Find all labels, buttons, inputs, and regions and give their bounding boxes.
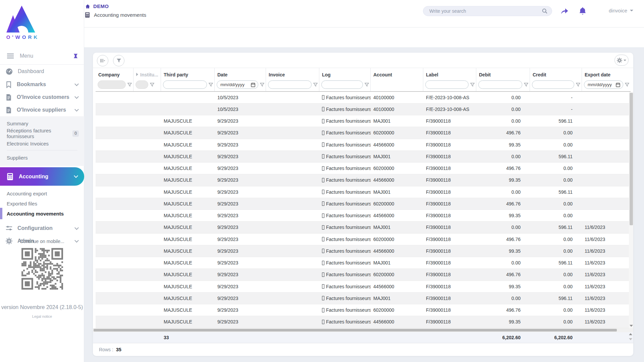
hamburger-icon[interactable] — [7, 53, 14, 59]
horizontal-scrollbar[interactable] — [93, 328, 633, 332]
column-header-date[interactable]: Date — [215, 68, 266, 78]
sidebar-item-oinvoice-suppliers[interactable]: O'Invoice suppliers — [0, 104, 84, 116]
breadcrumb[interactable]: DEMO — [85, 3, 109, 9]
column-header-credit[interactable]: Credit — [530, 68, 582, 78]
credit-filter-input[interactable] — [532, 80, 574, 89]
sidebar-item-oinvoice-customers[interactable]: O'Invoice customers — [0, 91, 84, 104]
legal-notice-link[interactable]: Legal notice — [0, 314, 84, 318]
funnel-icon[interactable] — [150, 83, 154, 87]
sidebar-item-accounting-export[interactable]: Accounting export — [0, 188, 84, 198]
sidebar-item-exported-files[interactable]: Exported files — [0, 198, 84, 208]
invoice-filter-input[interactable] — [268, 80, 312, 89]
cell-institution — [133, 127, 161, 138]
cell-date: 9/29/2023 — [215, 234, 266, 245]
column-header-third-party[interactable]: Third party — [161, 68, 215, 78]
rows-count: 35 — [116, 347, 121, 352]
cell-credit: 0.00 — [530, 174, 582, 186]
scroll-up-icon[interactable] — [629, 333, 632, 335]
calendar-icon[interactable] — [251, 82, 255, 87]
cell-invoice — [266, 293, 319, 304]
table-row[interactable]: MAJUSCULE9/29/2023Factures fournisseursM… — [96, 222, 631, 233]
sidebar-item-summary[interactable]: Summary — [0, 118, 84, 128]
table-row[interactable]: MAJUSCULE9/29/2023Factures fournisseursM… — [96, 186, 631, 198]
table-row[interactable]: 10/5/2023Factures fournisseurs40100000F/… — [96, 92, 631, 104]
funnel-icon[interactable] — [313, 83, 318, 87]
column-header-institution[interactable]: Institu... — [133, 68, 161, 78]
column-expand-icon[interactable] — [136, 73, 138, 76]
table-row[interactable]: MAJUSCULE9/29/2023Factures fournisseurs4… — [96, 210, 631, 222]
funnel-icon[interactable] — [260, 83, 264, 87]
cell-credit: 596.11 — [530, 293, 582, 304]
sidebar-item-suppliers[interactable]: Suppliers — [0, 153, 84, 163]
table-row[interactable]: MAJUSCULE9/29/2023Factures fournisseurs6… — [96, 304, 631, 316]
label-filter-input[interactable] — [425, 80, 469, 89]
scroll-down-icon[interactable] — [629, 338, 632, 340]
third-party-filter-input[interactable] — [163, 80, 207, 89]
cell-export_date: 11/6/2023 — [582, 281, 631, 292]
table-row[interactable]: MAJUSCULE9/29/2023Factures fournisseurs4… — [96, 316, 631, 328]
column-header-company[interactable]: Company — [96, 68, 133, 78]
funnel-icon[interactable] — [127, 83, 132, 87]
table-row[interactable]: MAJUSCULE9/29/2023Factures fournisseurs6… — [96, 198, 631, 210]
table-row[interactable]: MAJUSCULE9/29/2023Factures fournisseurs6… — [96, 234, 631, 245]
total-export-date — [582, 332, 631, 343]
sidebar-item-configuration[interactable]: Configuration — [0, 222, 84, 235]
table-row[interactable]: MAJUSCULE9/29/2023Factures fournisseursM… — [96, 115, 631, 127]
scroll-down-icon[interactable] — [630, 325, 633, 327]
funnel-icon[interactable] — [209, 83, 213, 87]
table-row[interactable]: MAJUSCULE9/29/2023Factures fournisseursM… — [96, 257, 631, 269]
sidebar-item-accounting-movements[interactable]: Accounting movements — [0, 208, 84, 219]
export-date-filter-input[interactable]: mm/dd/yyyy — [584, 80, 623, 89]
missing-glyph-icon — [322, 119, 324, 123]
notifications-bell-icon[interactable] — [577, 5, 588, 17]
table-row[interactable]: MAJUSCULE9/29/2023Factures fournisseurs4… — [96, 245, 631, 257]
vertical-scrollbar[interactable] — [629, 92, 633, 328]
pin-icon[interactable] — [73, 53, 78, 59]
cell-invoice — [266, 316, 319, 327]
cell-credit: 0.00 — [530, 316, 582, 327]
column-header-account[interactable]: Account — [371, 68, 423, 78]
filter-button[interactable] — [113, 55, 124, 66]
table-row[interactable]: MAJUSCULE9/29/2023Factures fournisseurs4… — [96, 281, 631, 293]
log-filter-input[interactable] — [321, 80, 363, 89]
table-row[interactable]: MAJUSCULE9/29/2023Factures fournisseurs4… — [96, 139, 631, 151]
funnel-icon[interactable] — [576, 83, 580, 87]
sidebar-item-bookmarks[interactable]: O'Invoice customers Bookmarks — [0, 78, 84, 91]
sidebar-item-receptions[interactable]: Réceptions factures fournisseurs 0 — [0, 128, 84, 138]
funnel-icon[interactable] — [365, 83, 369, 87]
user-menu[interactable]: dinvoice — [609, 5, 633, 15]
date-filter-input[interactable]: mm/dd/yyyy — [217, 80, 258, 89]
table-row[interactable]: 10/5/2023Factures fournisseurs40100000F/… — [96, 104, 631, 115]
scrollbar-thumb[interactable] — [94, 329, 617, 331]
search-icon[interactable] — [542, 8, 548, 14]
table-row[interactable]: MAJUSCULE9/29/2023Factures fournisseursM… — [96, 293, 631, 304]
table-row[interactable]: MAJUSCULE9/29/2023Factures fournisseurs6… — [96, 269, 631, 281]
table-settings-button[interactable] — [614, 55, 629, 66]
columns-icon — [100, 58, 105, 63]
table-row[interactable]: MAJUSCULE9/29/2023Factures fournisseurs4… — [96, 174, 631, 186]
debit-filter-input[interactable] — [478, 80, 522, 89]
funnel-icon[interactable] — [625, 83, 629, 87]
funnel-icon[interactable] — [470, 83, 475, 87]
search-input[interactable] — [429, 8, 542, 14]
cell-label: F/E-2023-10-008-AS — [423, 104, 476, 115]
column-header-log[interactable]: Log — [319, 68, 371, 78]
table-row[interactable]: MAJUSCULE9/29/2023Factures fournisseurs6… — [96, 163, 631, 174]
column-header-debit[interactable]: Debit — [476, 68, 530, 78]
cell-label: F/39000118 — [423, 163, 476, 174]
scrollbar-thumb[interactable] — [630, 93, 633, 225]
cell-account: MAJ001 — [371, 222, 423, 233]
table-row[interactable]: MAJUSCULE9/29/2023Factures fournisseurs6… — [96, 127, 631, 139]
sidebar-item-accounting[interactable]: Accounting — [0, 167, 84, 186]
column-header-label[interactable]: Label — [423, 68, 476, 78]
sidebar-item-dashboard[interactable]: Dashboard — [0, 65, 84, 78]
share-icon[interactable] — [559, 5, 570, 17]
funnel-icon[interactable] — [524, 83, 528, 87]
columns-button[interactable] — [97, 55, 108, 66]
cell-label: F/39000118 — [423, 139, 476, 150]
column-header-invoice[interactable]: Invoice — [266, 68, 319, 78]
table-row[interactable]: MAJUSCULE9/29/2023Factures fournisseursM… — [96, 151, 631, 163]
calendar-icon[interactable] — [616, 82, 620, 87]
column-header-export-date[interactable]: Export date — [582, 68, 631, 78]
sidebar-item-electronic-invoices[interactable]: Electronic Invoices — [0, 138, 84, 148]
